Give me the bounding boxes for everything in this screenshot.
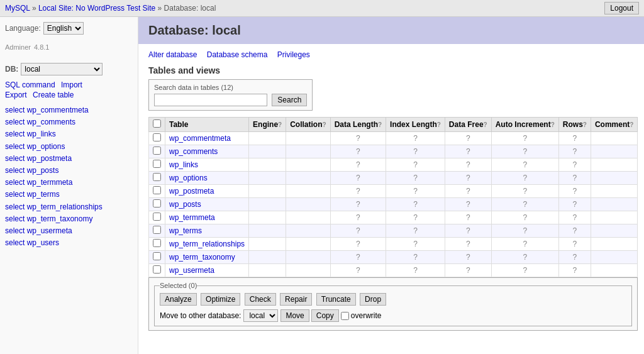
row-checkbox[interactable] [153, 252, 161, 260]
col-rows: Rows? [558, 118, 591, 132]
move-db-select[interactable]: local [243, 309, 278, 322]
row-comment [591, 251, 637, 264]
table-row: wp_postmeta ? ? ? ? ? [149, 185, 638, 198]
move-button[interactable]: Move [280, 309, 309, 322]
breadcrumb-site[interactable]: Local Site: No WordPress Test Site [38, 4, 155, 13]
row-data-length: ? [330, 172, 386, 185]
app-title: Adminer 4.8.1 [5, 40, 133, 57]
sidebar-item-termmeta[interactable]: select wp_termmeta [5, 177, 133, 189]
table-row: wp_links ? ? ? ? ? [149, 158, 638, 172]
import-link[interactable]: Import [61, 80, 82, 89]
row-data-length: ? [330, 145, 386, 158]
db-select[interactable]: local [21, 63, 103, 75]
row-rows: ? [558, 145, 591, 158]
row-index-length: ? [386, 238, 445, 251]
optimize-button[interactable]: Optimize [201, 293, 240, 306]
check-button[interactable]: Check [245, 293, 276, 306]
database-schema-link[interactable]: Database schema [207, 50, 268, 59]
col-data-length: Data Length? [330, 118, 386, 132]
privileges-link[interactable]: Privileges [277, 50, 310, 59]
row-checkbox-cell [149, 158, 165, 172]
repair-button[interactable]: Repair [280, 293, 312, 306]
create-table-link[interactable]: Create table [33, 91, 74, 99]
export-link[interactable]: Export [5, 91, 27, 99]
sidebar-item-term-taxonomy[interactable]: select wp_term_taxonomy [5, 213, 133, 225]
sidebar-item-usermeta[interactable]: select wp_usermeta [5, 225, 133, 237]
sidebar-item-users[interactable]: select wp_users [5, 237, 133, 249]
drop-button[interactable]: Drop [360, 293, 386, 306]
move-row: Move to other database: local Move Copy … [160, 309, 626, 322]
table-link[interactable]: wp_term_relationships [169, 240, 245, 248]
row-checkbox[interactable] [153, 133, 161, 141]
row-collation [286, 224, 330, 238]
row-data-free: ? [445, 238, 491, 251]
analyze-button[interactable]: Analyze [160, 293, 197, 306]
col-index-length: Index Length? [386, 118, 445, 132]
table-link[interactable]: wp_posts [169, 200, 201, 209]
row-index-length: ? [386, 132, 445, 145]
sidebar-item-terms[interactable]: select wp_terms [5, 189, 133, 201]
sidebar-item-options[interactable]: select wp_options [5, 141, 133, 153]
table-row: wp_posts ? ? ? ? ? [149, 198, 638, 211]
select-all-checkbox[interactable] [153, 119, 161, 128]
sidebar-item-postmeta[interactable]: select wp_postmeta [5, 153, 133, 165]
alter-database-link[interactable]: Alter database [148, 50, 197, 59]
logout-button[interactable]: Logout [604, 2, 639, 14]
row-checkbox[interactable] [153, 147, 161, 155]
row-checkbox[interactable] [153, 199, 161, 207]
row-data-length: ? [330, 224, 386, 238]
row-checkbox[interactable] [153, 160, 161, 168]
sidebar-item-commentmeta[interactable]: select wp_commentmeta [5, 104, 133, 116]
row-comment [591, 145, 637, 158]
table-row: wp_commentmeta ? ? ? ? ? [149, 132, 638, 145]
table-link[interactable]: wp_commentmeta [169, 134, 231, 143]
search-input[interactable] [154, 94, 267, 106]
row-auto-increment: ? [491, 264, 558, 277]
row-collation [286, 238, 330, 251]
row-index-length: ? [386, 264, 445, 277]
row-rows: ? [558, 158, 591, 172]
row-checkbox[interactable] [153, 226, 161, 234]
row-checkbox-cell [149, 238, 165, 251]
row-data-free: ? [445, 158, 491, 172]
table-link[interactable]: wp_links [169, 160, 198, 169]
table-link[interactable]: wp_comments [169, 147, 218, 156]
sql-command-link[interactable]: SQL command [5, 80, 55, 89]
table-row: wp_term_relationships ? ? ? ? ? [149, 238, 638, 251]
row-checkbox[interactable] [153, 173, 161, 181]
table-link[interactable]: wp_postmeta [169, 187, 214, 196]
row-checkbox[interactable] [153, 239, 161, 247]
sidebar-item-term-relationships[interactable]: select wp_term_relationships [5, 201, 133, 213]
language-label: Language: [5, 24, 41, 33]
search-button[interactable]: Search [272, 94, 307, 106]
row-checkbox[interactable] [153, 265, 161, 274]
truncate-button[interactable]: Truncate [316, 293, 356, 306]
table-link[interactable]: wp_termmeta [169, 213, 215, 222]
copy-button[interactable]: Copy [311, 309, 339, 322]
row-data-length: ? [330, 185, 386, 198]
row-comment [591, 198, 637, 211]
row-table-name: wp_postmeta [165, 185, 249, 198]
row-index-length: ? [386, 198, 445, 211]
table-link[interactable]: wp_term_taxonomy [169, 253, 235, 262]
search-area: Search data in tables (12) Search [148, 79, 313, 111]
sidebar-item-links[interactable]: select wp_links [5, 128, 133, 140]
table-link[interactable]: wp_options [169, 174, 208, 182]
row-engine [249, 238, 286, 251]
row-index-length: ? [386, 224, 445, 238]
row-checkbox[interactable] [153, 213, 161, 221]
db-row: DB: local [5, 63, 133, 75]
row-index-length: ? [386, 251, 445, 264]
overwrite-checkbox[interactable] [341, 312, 349, 320]
language-select[interactable]: English [43, 22, 84, 35]
breadcrumb-mysql[interactable]: MySQL [5, 4, 30, 13]
row-index-length: ? [386, 145, 445, 158]
table-link[interactable]: wp_usermeta [169, 266, 214, 275]
sidebar-item-comments[interactable]: select wp_comments [5, 116, 133, 128]
row-rows: ? [558, 224, 591, 238]
row-checkbox[interactable] [153, 186, 161, 194]
row-data-free: ? [445, 251, 491, 264]
table-link[interactable]: wp_terms [169, 226, 202, 235]
row-engine [249, 264, 286, 277]
sidebar-item-posts[interactable]: select wp_posts [5, 165, 133, 177]
